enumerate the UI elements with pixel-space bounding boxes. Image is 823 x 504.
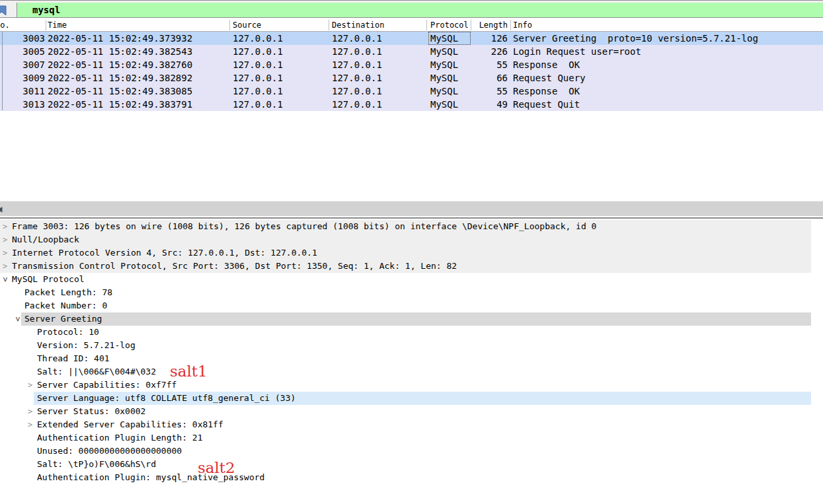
packet-cell-destination: 127.0.0.1 — [332, 98, 382, 111]
column-header-info[interactable]: Info — [513, 19, 532, 31]
chevron-collapsed-icon[interactable]: > — [3, 260, 7, 273]
detail-field-text: Authentication Plugin Length: 21 — [37, 431, 202, 445]
column-header-destination[interactable]: Destination — [332, 19, 384, 31]
detail-tree-row[interactable]: >Server Capabilities: 0xf7ff — [0, 378, 823, 392]
detail-tree-row[interactable]: >Null/Loopback — [0, 233, 823, 246]
detail-field-text: Protocol: 10 — [37, 326, 99, 339]
column-separator[interactable] — [426, 20, 427, 30]
bookmark-icon — [0, 5, 8, 16]
packet-cell-info: Login Request user=root — [513, 45, 641, 58]
packet-cell-time: 2022-05-11 15:02:49.382543 — [48, 45, 192, 58]
chevron-collapsed-icon[interactable]: > — [28, 405, 32, 418]
packet-cell-destination: 127.0.0.1 — [332, 71, 382, 85]
packet-list: 30032022-05-11 15:02:49.373932127.0.0.11… — [0, 32, 823, 111]
filter-bookmark-icon[interactable] — [0, 3, 17, 17]
detail-field-text: Extended Server Capabilities: 0x81ff — [37, 418, 223, 431]
display-filter-bar: mysql — [0, 3, 823, 17]
packet-row-3005[interactable]: 30052022-05-11 15:02:49.382543127.0.0.11… — [0, 45, 823, 58]
detail-tree-row[interactable]: Unused: 00000000000000000000 — [0, 445, 823, 458]
column-separator[interactable] — [471, 20, 471, 30]
packet-cell-source: 127.0.0.1 — [233, 45, 283, 58]
detail-field-text: Server Greeting — [24, 312, 102, 326]
packet-cell-time: 2022-05-11 15:02:49.383085 — [48, 85, 192, 98]
packet-cell-source: 127.0.0.1 — [233, 98, 283, 111]
packet-cell-protocol: MySQL — [428, 45, 471, 58]
column-header-no[interactable]: No. — [0, 19, 45, 31]
detail-tree-row[interactable]: >Transmission Control Protocol, Src Port… — [0, 260, 823, 273]
detail-field-text: Server Capabilities: 0xf7ff — [37, 378, 176, 392]
column-header-time[interactable]: Time — [48, 19, 67, 31]
column-header-protocol[interactable]: Protocol — [428, 19, 471, 31]
scrollbar-left-arrow-icon[interactable]: ◀ — [0, 203, 2, 215]
wireshark-window: mysql No.TimeSourceDestinationProtocolLe… — [0, 0, 823, 504]
packet-cell-info: Request Quit — [513, 98, 580, 111]
detail-tree-row[interactable]: >Server Status: 0x0002 — [0, 405, 823, 418]
detail-tree-row[interactable]: Server Language: utf8 COLLATE utf8_gener… — [0, 392, 823, 405]
packet-cell-destination: 127.0.0.1 — [332, 32, 382, 45]
detail-tree-row[interactable]: Packet Length: 78 — [0, 286, 823, 299]
packet-cell-time: 2022-05-11 15:02:49.383791 — [48, 98, 192, 111]
detail-tree-row[interactable]: Authentication Plugin Length: 21 — [0, 431, 823, 445]
packet-list-left-border — [2, 32, 3, 110]
detail-tree-row[interactable]: Salt: \tP}o)F\006&hS\rd — [0, 458, 823, 471]
packet-cell-time: 2022-05-11 15:02:49.373932 — [48, 32, 192, 45]
detail-tree-row[interactable]: >MySQL Protocol — [0, 273, 823, 286]
packet-cell-length: 66 — [472, 71, 508, 85]
detail-tree-row[interactable]: Protocol: 10 — [0, 326, 823, 339]
packet-cell-source: 127.0.0.1 — [233, 85, 283, 98]
packet-cell-protocol: MySQL — [428, 71, 471, 85]
column-header-source[interactable]: Source — [233, 19, 261, 31]
column-separator[interactable] — [510, 20, 511, 30]
packet-cell-no: 3009 — [0, 71, 45, 85]
handwritten-annotation-salt1: salt1 — [170, 363, 208, 380]
packet-row-3011[interactable]: 30112022-05-11 15:02:49.383085127.0.0.11… — [0, 85, 823, 98]
chevron-collapsed-icon[interactable]: > — [28, 418, 32, 431]
chevron-collapsed-icon[interactable]: > — [3, 246, 7, 260]
detail-tree-row[interactable]: Thread ID: 401 — [0, 352, 823, 365]
column-separator[interactable] — [46, 20, 46, 30]
packet-cell-info: Response OK — [513, 85, 580, 98]
detail-tree-row[interactable]: Packet Number: 0 — [0, 299, 823, 312]
chevron-collapsed-icon[interactable]: > — [3, 220, 7, 233]
packet-cell-protocol: MySQL — [428, 85, 471, 98]
packet-cell-protocol: MySQL — [428, 98, 471, 111]
column-separator[interactable] — [329, 20, 329, 30]
packet-cell-protocol: MySQL — [428, 58, 471, 71]
detail-tree-row[interactable]: >Internet Protocol Version 4, Src: 127.0… — [0, 246, 823, 260]
chevron-expanded-icon[interactable]: > — [0, 277, 12, 281]
packet-cell-source: 127.0.0.1 — [233, 32, 283, 45]
detail-row-band — [0, 233, 811, 246]
column-separator[interactable] — [229, 20, 230, 30]
packet-cell-destination: 127.0.0.1 — [332, 85, 382, 98]
packet-row-3007[interactable]: 30072022-05-11 15:02:49.382760127.0.0.11… — [0, 58, 823, 71]
filter-bar-divider — [0, 17, 823, 18]
packet-cell-no: 3013 — [0, 98, 45, 111]
packet-row-3009[interactable]: 30092022-05-11 15:02:49.382892127.0.0.11… — [0, 71, 823, 85]
detail-field-text: Frame 3003: 126 bytes on wire (1008 bits… — [12, 220, 596, 233]
horizontal-scrollbar[interactable]: ◀ — [0, 201, 823, 216]
packet-cell-source: 127.0.0.1 — [233, 71, 283, 85]
packet-row-3013[interactable]: 30132022-05-11 15:02:49.383791127.0.0.11… — [0, 98, 823, 111]
packet-row-3003[interactable]: 30032022-05-11 15:02:49.373932127.0.0.11… — [0, 32, 823, 45]
detail-field-text: Packet Number: 0 — [24, 299, 107, 312]
detail-tree-row[interactable]: >Frame 3003: 126 bytes on wire (1008 bit… — [0, 220, 823, 233]
packet-cell-protocol: MySQL — [428, 32, 471, 45]
packet-cell-time: 2022-05-11 15:02:49.382892 — [48, 71, 192, 85]
display-filter-input[interactable]: mysql — [17, 3, 823, 17]
detail-tree-row[interactable]: Salt: ||\006&F\004#\032 — [0, 365, 823, 378]
packet-cell-length: 226 — [472, 45, 508, 58]
detail-tree-row[interactable]: Version: 5.7.21-log — [0, 339, 823, 352]
detail-field-text: Server Status: 0x0002 — [37, 405, 145, 418]
packet-cell-no: 3011 — [0, 85, 45, 98]
detail-field-text: Internet Protocol Version 4, Src: 127.0.… — [12, 246, 317, 260]
chevron-expanded-icon[interactable]: > — [11, 316, 24, 321]
detail-tree-row[interactable]: >Extended Server Capabilities: 0x81ff — [0, 418, 823, 431]
chevron-collapsed-icon[interactable]: > — [28, 378, 32, 392]
chevron-collapsed-icon[interactable]: > — [3, 233, 7, 246]
packet-cell-info: Request Query — [513, 71, 586, 85]
detail-tree-row[interactable]: >Server Greeting — [0, 312, 823, 326]
column-header-length[interactable]: Length — [472, 19, 508, 31]
pane-divider[interactable] — [0, 217, 823, 219]
detail-tree-row[interactable]: Authentication Plugin: mysql_native_pass… — [0, 471, 823, 484]
packet-cell-destination: 127.0.0.1 — [332, 45, 382, 58]
